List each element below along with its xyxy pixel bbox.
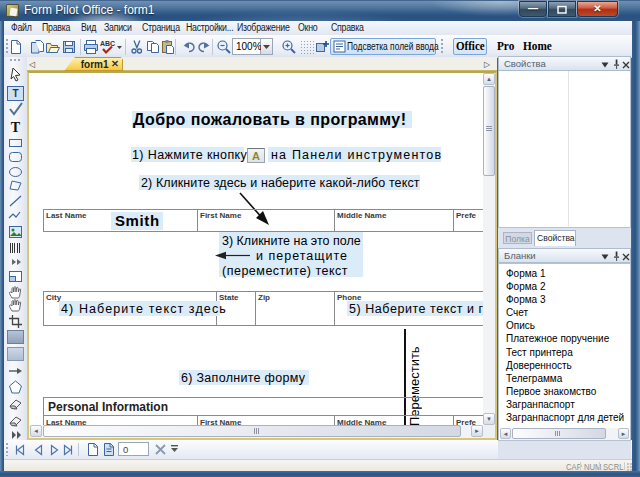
svg-text:ABC: ABC — [100, 40, 115, 47]
